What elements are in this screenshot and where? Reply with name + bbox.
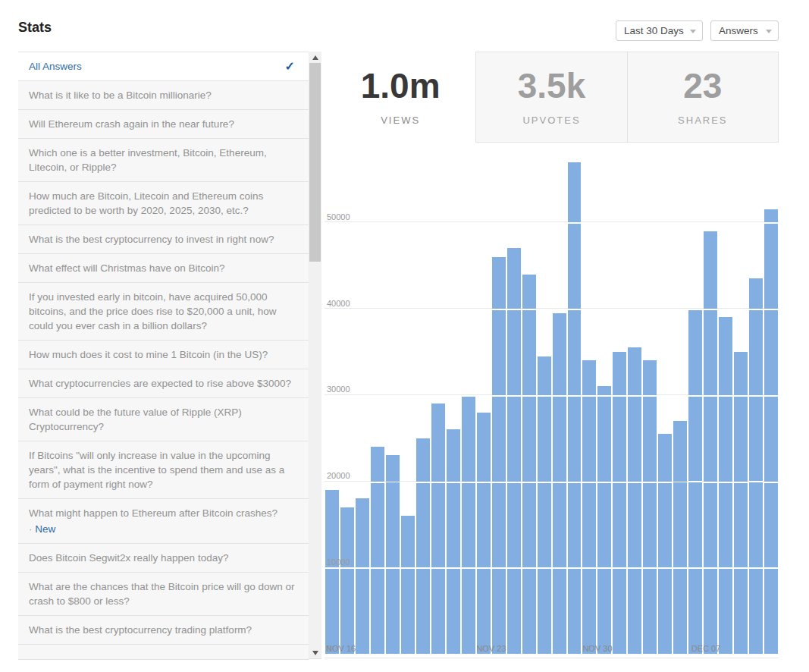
- content-type-value: Answers: [719, 25, 758, 36]
- chart-bar[interactable]: [386, 455, 400, 654]
- stats-tab-upvotes[interactable]: 3.5kUPVOTES: [475, 52, 627, 143]
- question-label: What might happen to Ethereum after Bitc…: [29, 507, 278, 519]
- chart-bar[interactable]: [447, 429, 460, 654]
- chart-bar[interactable]: [356, 498, 369, 654]
- stat-label: SHARES: [628, 115, 778, 126]
- chart-bar[interactable]: [492, 257, 506, 654]
- question-label: Does Bitcoin Segwit2x really happen toda…: [29, 552, 228, 564]
- chart-bar[interactable]: [658, 434, 672, 654]
- list-item-partial: [18, 645, 309, 660]
- chart-bar[interactable]: [734, 352, 748, 654]
- chart-bar[interactable]: [371, 447, 384, 654]
- scrollbar-thumb[interactable]: [309, 63, 321, 262]
- list-item[interactable]: Will Ethereum crash again in the near fu…: [18, 110, 309, 139]
- y-axis-label: 10000: [327, 558, 350, 567]
- question-label: If you invested early in bitcoin, have a…: [29, 291, 276, 331]
- y-axis-label: 50000: [327, 213, 350, 221]
- chart-bar[interactable]: [507, 248, 521, 654]
- list-item[interactable]: Does Bitcoin Segwit2x really happen toda…: [18, 544, 309, 573]
- question-list-scrollbar[interactable]: [309, 52, 321, 659]
- chart-bar[interactable]: [477, 413, 491, 655]
- list-item[interactable]: How much are Bitcoin, Litecoin and Ether…: [18, 182, 309, 225]
- list-item[interactable]: What might happen to Ethereum after Bitc…: [18, 499, 309, 544]
- date-range-dropdown[interactable]: Last 30 Days: [616, 20, 703, 41]
- chart-bar[interactable]: [538, 356, 551, 654]
- x-axis-label: DEC 07: [691, 644, 721, 653]
- chart-bar[interactable]: [688, 309, 702, 654]
- list-item[interactable]: What effect will Christmas have on Bitco…: [18, 254, 309, 283]
- chart-bar[interactable]: [749, 278, 763, 654]
- y-axis-label: 30000: [327, 385, 350, 394]
- date-range-value: Last 30 Days: [624, 25, 684, 36]
- chart-bar[interactable]: [597, 386, 611, 654]
- y-axis-label: 40000: [327, 300, 350, 308]
- stat-label: UPVOTES: [476, 115, 626, 126]
- chart-bar[interactable]: [522, 275, 536, 655]
- list-item[interactable]: What is the best cryptocurrency trading …: [18, 616, 309, 645]
- stats-panel: 1.0mVIEWS3.5kUPVOTES23SHARES 01000020000…: [325, 52, 779, 658]
- question-label: What are the chances that the Bitcoin pr…: [29, 581, 294, 607]
- list-item[interactable]: What are the chances that the Bitcoin pr…: [18, 573, 309, 616]
- chevron-down-icon: [766, 30, 772, 33]
- list-item[interactable]: What could be the future value of Ripple…: [18, 398, 309, 441]
- stat-value: 3.5k: [476, 67, 626, 105]
- question-label: What is the best cryptocurrency to inves…: [29, 234, 274, 245]
- chart-bar[interactable]: [462, 395, 475, 654]
- x-axis-label: NOV 16: [326, 644, 356, 653]
- bar-series: [325, 162, 779, 654]
- new-badge-line: · New: [29, 522, 298, 536]
- chart-bar[interactable]: [719, 317, 732, 654]
- chart-bar[interactable]: [643, 360, 657, 654]
- question-label: All Answers: [29, 59, 82, 74]
- stats-tabs: 1.0mVIEWS3.5kUPVOTES23SHARES: [325, 52, 779, 143]
- question-label: What could be the future value of Ripple…: [29, 407, 242, 432]
- question-label: What is the best cryptocurrency trading …: [29, 624, 252, 636]
- chevron-down-icon: [690, 30, 696, 33]
- list-item[interactable]: What is the best cryptocurrency to inves…: [18, 225, 309, 254]
- list-item[interactable]: If you invested early in bitcoin, have a…: [18, 283, 309, 341]
- question-label: Will Ethereum crash again in the near fu…: [29, 118, 234, 130]
- stats-tab-shares[interactable]: 23SHARES: [627, 52, 779, 143]
- scroll-down-button[interactable]: [309, 647, 321, 658]
- chart-bar[interactable]: [628, 347, 641, 654]
- list-item[interactable]: What cryptocurrencies are expected to ri…: [18, 369, 309, 398]
- views-chart: 01000020000300004000050000NOV 16NOV 23NO…: [325, 143, 779, 658]
- list-item[interactable]: If Bitcoins "will only increase in value…: [18, 441, 309, 499]
- chart-bar[interactable]: [568, 162, 582, 654]
- list-item-all-answers[interactable]: All Answers✓: [18, 52, 309, 81]
- stat-label: VIEWS: [325, 115, 475, 126]
- chart-bar[interactable]: [673, 421, 687, 654]
- list-item[interactable]: What is it like to be a Bitcoin milliona…: [18, 81, 309, 110]
- question-label: Which one is a better investment, Bitcoi…: [29, 147, 267, 173]
- question-label: What cryptocurrencies are expected to ri…: [29, 378, 291, 389]
- question-label: If Bitcoins "will only increase in value…: [29, 450, 284, 490]
- new-badge[interactable]: New: [35, 523, 55, 535]
- scroll-up-button[interactable]: [309, 52, 321, 63]
- stat-value: 1.0m: [325, 67, 475, 105]
- list-item[interactable]: Which one is a better investment, Bitcoi…: [18, 139, 309, 182]
- chart-bar[interactable]: [582, 360, 596, 654]
- stats-tab-views[interactable]: 1.0mVIEWS: [325, 52, 476, 143]
- chart-bar[interactable]: [613, 352, 626, 654]
- chart-bar[interactable]: [401, 516, 415, 654]
- list-item[interactable]: How much does it cost to mine 1 Bitcoin …: [18, 341, 309, 369]
- chart-bar[interactable]: [704, 231, 717, 654]
- question-label: What is it like to be a Bitcoin milliona…: [29, 89, 212, 101]
- question-label: How much are Bitcoin, Litecoin and Ether…: [29, 190, 263, 216]
- x-axis-label: NOV 30: [582, 644, 612, 653]
- arrow-down-icon: [312, 651, 318, 655]
- chart-bar[interactable]: [416, 438, 430, 654]
- checkmark-icon: ✓: [285, 59, 295, 74]
- x-axis-label: NOV 23: [476, 644, 506, 653]
- chart-bar[interactable]: [431, 404, 445, 654]
- question-label: What effect will Christmas have on Bitco…: [29, 262, 225, 274]
- badge-dot: ·: [29, 523, 33, 535]
- chart-bar[interactable]: [325, 490, 339, 654]
- stats-page: Stats Last 30 Days Answers All Answers✓W…: [0, 0, 809, 672]
- question-list: All Answers✓What is it like to be a Bitc…: [18, 52, 309, 660]
- arrow-up-icon: [312, 55, 318, 60]
- content-type-dropdown[interactable]: Answers: [710, 20, 779, 41]
- chart-bar[interactable]: [764, 209, 778, 654]
- chart-bar[interactable]: [340, 507, 354, 654]
- chart-bar[interactable]: [553, 313, 566, 654]
